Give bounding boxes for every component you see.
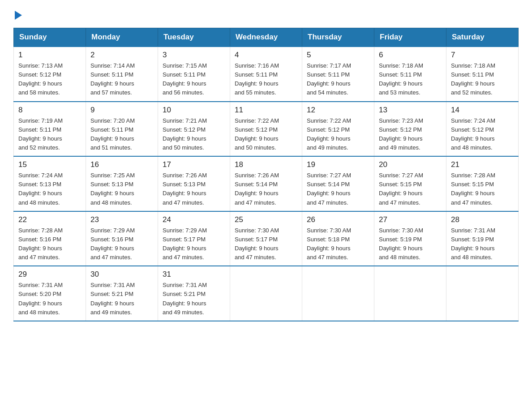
calendar-header-monday: Monday	[86, 28, 158, 47]
day-info: Sunrise: 7:30 AMSunset: 5:17 PMDaylight:…	[235, 226, 297, 262]
day-number: 26	[307, 215, 369, 224]
calendar-header-wednesday: Wednesday	[230, 28, 302, 47]
calendar-day-cell: 28Sunrise: 7:31 AMSunset: 5:19 PMDayligh…	[446, 211, 519, 266]
calendar-day-cell: 11Sunrise: 7:22 AMSunset: 5:12 PMDayligh…	[230, 102, 302, 157]
day-info: Sunrise: 7:30 AMSunset: 5:19 PMDaylight:…	[379, 226, 442, 262]
calendar-day-cell: 15Sunrise: 7:24 AMSunset: 5:13 PMDayligh…	[14, 156, 86, 211]
day-number: 28	[451, 215, 514, 224]
day-info: Sunrise: 7:23 AMSunset: 5:12 PMDaylight:…	[379, 116, 442, 153]
calendar-day-cell: 17Sunrise: 7:26 AMSunset: 5:13 PMDayligh…	[158, 156, 230, 211]
calendar-header-tuesday: Tuesday	[158, 28, 230, 47]
calendar-day-cell: 8Sunrise: 7:19 AMSunset: 5:11 PMDaylight…	[14, 102, 86, 157]
day-info: Sunrise: 7:19 AMSunset: 5:11 PMDaylight:…	[18, 116, 81, 153]
calendar-day-cell: 16Sunrise: 7:25 AMSunset: 5:13 PMDayligh…	[86, 156, 158, 211]
day-number: 9	[90, 106, 153, 115]
day-info: Sunrise: 7:26 AMSunset: 5:14 PMDaylight:…	[235, 171, 297, 207]
day-info: Sunrise: 7:18 AMSunset: 5:11 PMDaylight:…	[451, 61, 514, 98]
day-info: Sunrise: 7:30 AMSunset: 5:18 PMDaylight:…	[307, 226, 369, 262]
day-info: Sunrise: 7:17 AMSunset: 5:11 PMDaylight:…	[307, 61, 369, 98]
day-info: Sunrise: 7:14 AMSunset: 5:11 PMDaylight:…	[90, 61, 153, 98]
calendar-table: SundayMondayTuesdayWednesdayThursdayFrid…	[13, 28, 519, 321]
calendar-day-cell: 5Sunrise: 7:17 AMSunset: 5:11 PMDaylight…	[302, 47, 374, 102]
calendar-empty-cell	[230, 266, 302, 321]
day-number: 25	[235, 215, 297, 224]
calendar-week-row: 29Sunrise: 7:31 AMSunset: 5:20 PMDayligh…	[14, 266, 519, 321]
day-info: Sunrise: 7:21 AMSunset: 5:12 PMDaylight:…	[163, 116, 225, 153]
day-number: 3	[163, 51, 225, 60]
day-number: 6	[379, 51, 442, 60]
day-info: Sunrise: 7:25 AMSunset: 5:13 PMDaylight:…	[90, 171, 153, 207]
calendar-week-row: 1Sunrise: 7:13 AMSunset: 5:12 PMDaylight…	[14, 47, 519, 102]
calendar-header-thursday: Thursday	[302, 28, 374, 47]
calendar-day-cell: 18Sunrise: 7:26 AMSunset: 5:14 PMDayligh…	[230, 156, 302, 211]
calendar-day-cell: 23Sunrise: 7:29 AMSunset: 5:16 PMDayligh…	[86, 211, 158, 266]
day-info: Sunrise: 7:27 AMSunset: 5:14 PMDaylight:…	[307, 171, 369, 207]
day-info: Sunrise: 7:22 AMSunset: 5:12 PMDaylight:…	[235, 116, 297, 153]
calendar-header-row: SundayMondayTuesdayWednesdayThursdayFrid…	[14, 28, 519, 47]
calendar-header-friday: Friday	[374, 28, 446, 47]
calendar-week-row: 8Sunrise: 7:19 AMSunset: 5:11 PMDaylight…	[14, 102, 519, 157]
day-number: 18	[235, 160, 297, 169]
calendar-day-cell: 9Sunrise: 7:20 AMSunset: 5:11 PMDaylight…	[86, 102, 158, 157]
calendar-week-row: 15Sunrise: 7:24 AMSunset: 5:13 PMDayligh…	[14, 156, 519, 211]
day-number: 12	[307, 106, 369, 115]
calendar-day-cell: 31Sunrise: 7:31 AMSunset: 5:21 PMDayligh…	[158, 266, 230, 321]
day-number: 10	[163, 106, 225, 115]
day-info: Sunrise: 7:20 AMSunset: 5:11 PMDaylight:…	[90, 116, 153, 153]
calendar-day-cell: 27Sunrise: 7:30 AMSunset: 5:19 PMDayligh…	[374, 211, 446, 266]
calendar-day-cell: 6Sunrise: 7:18 AMSunset: 5:11 PMDaylight…	[374, 47, 446, 102]
calendar-day-cell: 12Sunrise: 7:22 AMSunset: 5:12 PMDayligh…	[302, 102, 374, 157]
calendar-empty-cell	[446, 266, 519, 321]
calendar-day-cell: 26Sunrise: 7:30 AMSunset: 5:18 PMDayligh…	[302, 211, 374, 266]
calendar-day-cell: 21Sunrise: 7:28 AMSunset: 5:15 PMDayligh…	[446, 156, 519, 211]
day-info: Sunrise: 7:31 AMSunset: 5:21 PMDaylight:…	[163, 281, 225, 317]
day-number: 30	[90, 270, 153, 279]
day-number: 22	[18, 215, 81, 224]
calendar-day-cell: 7Sunrise: 7:18 AMSunset: 5:11 PMDaylight…	[446, 47, 519, 102]
day-info: Sunrise: 7:15 AMSunset: 5:11 PMDaylight:…	[163, 61, 225, 98]
calendar-day-cell: 2Sunrise: 7:14 AMSunset: 5:11 PMDaylight…	[86, 47, 158, 102]
day-info: Sunrise: 7:28 AMSunset: 5:16 PMDaylight:…	[18, 226, 81, 262]
calendar-day-cell: 19Sunrise: 7:27 AMSunset: 5:14 PMDayligh…	[302, 156, 374, 211]
day-number: 5	[307, 51, 369, 60]
calendar-day-cell: 3Sunrise: 7:15 AMSunset: 5:11 PMDaylight…	[158, 47, 230, 102]
day-info: Sunrise: 7:27 AMSunset: 5:15 PMDaylight:…	[379, 171, 442, 207]
calendar-day-cell: 20Sunrise: 7:27 AMSunset: 5:15 PMDayligh…	[374, 156, 446, 211]
calendar-week-row: 22Sunrise: 7:28 AMSunset: 5:16 PMDayligh…	[14, 211, 519, 266]
day-info: Sunrise: 7:13 AMSunset: 5:12 PMDaylight:…	[18, 61, 81, 98]
day-info: Sunrise: 7:31 AMSunset: 5:19 PMDaylight:…	[451, 226, 514, 262]
day-info: Sunrise: 7:24 AMSunset: 5:12 PMDaylight:…	[451, 116, 514, 153]
day-number: 19	[307, 160, 369, 169]
day-number: 15	[18, 160, 81, 169]
calendar-day-cell: 30Sunrise: 7:31 AMSunset: 5:21 PMDayligh…	[86, 266, 158, 321]
day-number: 20	[379, 160, 442, 169]
calendar-empty-cell	[302, 266, 374, 321]
calendar-day-cell: 14Sunrise: 7:24 AMSunset: 5:12 PMDayligh…	[446, 102, 519, 157]
day-number: 23	[90, 215, 153, 224]
day-number: 1	[18, 51, 81, 60]
day-number: 4	[235, 51, 297, 60]
logo-arrow-icon	[15, 11, 22, 20]
calendar-day-cell: 10Sunrise: 7:21 AMSunset: 5:12 PMDayligh…	[158, 102, 230, 157]
day-info: Sunrise: 7:16 AMSunset: 5:11 PMDaylight:…	[235, 61, 297, 98]
day-info: Sunrise: 7:31 AMSunset: 5:21 PMDaylight:…	[90, 281, 153, 317]
logo	[13, 9, 22, 19]
day-number: 29	[18, 270, 81, 279]
calendar-empty-cell	[374, 266, 446, 321]
day-info: Sunrise: 7:26 AMSunset: 5:13 PMDaylight:…	[163, 171, 225, 207]
day-number: 16	[90, 160, 153, 169]
day-number: 21	[451, 160, 514, 169]
calendar-day-cell: 4Sunrise: 7:16 AMSunset: 5:11 PMDaylight…	[230, 47, 302, 102]
day-info: Sunrise: 7:24 AMSunset: 5:13 PMDaylight:…	[18, 171, 81, 207]
calendar-day-cell: 1Sunrise: 7:13 AMSunset: 5:12 PMDaylight…	[14, 47, 86, 102]
calendar-day-cell: 25Sunrise: 7:30 AMSunset: 5:17 PMDayligh…	[230, 211, 302, 266]
day-info: Sunrise: 7:18 AMSunset: 5:11 PMDaylight:…	[379, 61, 442, 98]
day-info: Sunrise: 7:31 AMSunset: 5:20 PMDaylight:…	[18, 281, 81, 317]
day-number: 13	[379, 106, 442, 115]
day-number: 8	[18, 106, 81, 115]
calendar-header-sunday: Sunday	[14, 28, 86, 47]
day-info: Sunrise: 7:29 AMSunset: 5:16 PMDaylight:…	[90, 226, 153, 262]
day-info: Sunrise: 7:28 AMSunset: 5:15 PMDaylight:…	[451, 171, 514, 207]
page-header	[13, 9, 519, 19]
day-number: 14	[451, 106, 514, 115]
